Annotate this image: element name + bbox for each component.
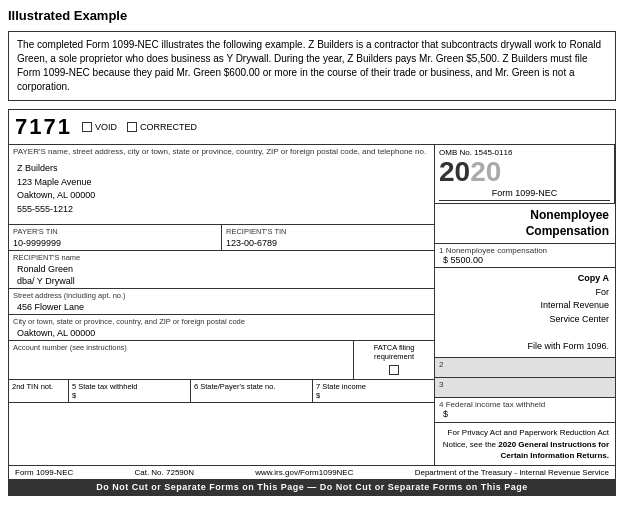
box7-label: 7 State income <box>316 382 431 391</box>
account-label: Account number (see instructions) <box>13 343 349 352</box>
form-name-label: Form 1099-NEC <box>439 186 610 201</box>
box4-value: $ <box>439 409 611 419</box>
box5-cell: 5 State tax withheld $ <box>69 380 191 402</box>
box5-label: 5 State tax withheld <box>72 382 187 391</box>
fatca-cell: FATCA filing requirement <box>354 341 434 379</box>
box4-block: 4 Federal income tax withheld $ <box>435 398 615 423</box>
left-section: PAYER'S name, street address, city or to… <box>9 145 435 465</box>
year-part2: 20 <box>470 156 501 187</box>
payer-name: Z Builders <box>17 162 426 176</box>
copy-entity: Internal RevenueService Center <box>441 299 609 326</box>
recipient-name-label: RECIPIENT'S name <box>13 253 430 262</box>
recipient-dba: dba/ Y Drywall <box>13 274 430 286</box>
form-header: 7171 VOID CORRECTED <box>9 110 615 145</box>
privacy-box: For Privacy Act and Paperwork Reduction … <box>435 423 615 465</box>
description-box: The completed Form 1099-NEC illustrates … <box>8 31 616 101</box>
box3-block: 3 <box>435 378 615 398</box>
fatca-account-row: Account number (see instructions) FATCA … <box>9 341 434 380</box>
payer-tin-value: 10-9999999 <box>13 236 217 248</box>
payer-header-label: PAYER'S name, street address, city or to… <box>9 145 434 159</box>
omb-year-row: OMB No. 1545-0116 2020 Form 1099-NEC <box>435 145 615 204</box>
box2-block: 2 <box>435 358 615 378</box>
box6-cell: 6 State/Payer's state no. <box>191 380 313 402</box>
box3-label: 3 <box>439 380 611 389</box>
corrected-checkbox-box <box>127 122 137 132</box>
footer-dept: Department of the Treasury - Internal Re… <box>415 468 609 477</box>
city-value: Oaktown, AL 00000 <box>13 326 430 338</box>
street-value: 456 Flower Lane <box>13 300 430 312</box>
box7-cell: 7 State income $ <box>313 380 434 402</box>
copy-for: For <box>441 286 609 300</box>
void-checkbox-box <box>82 122 92 132</box>
box4-label: 4 Federal income tax withheld <box>439 400 611 409</box>
tin-row: PAYER'S TIN 10-9999999 RECIPIENT'S TIN 1… <box>9 225 434 251</box>
recipient-tin-value: 123-00-6789 <box>226 236 430 248</box>
void-label: VOID <box>95 122 117 132</box>
footer-bottom-text: Do Not Cut or Separate Forms on This Pag… <box>96 482 528 492</box>
payer-info: Z Builders 123 Maple Avenue Oaktown, AL … <box>9 159 434 219</box>
payer-tin-label: PAYER'S TIN <box>13 227 217 236</box>
footer-cat: Cat. No. 72590N <box>134 468 194 477</box>
box7-value: $ <box>316 391 431 400</box>
right-section: OMB No. 1545-0116 2020 Form 1099-NEC Non… <box>435 145 615 465</box>
payer-phone: 555-555-1212 <box>17 203 426 217</box>
form-1099-nec: 7171 VOID CORRECTED PAYER'S name, street… <box>8 109 616 496</box>
recipient-tin-label: RECIPIENT'S TIN <box>226 227 430 236</box>
omb-box: OMB No. 1545-0116 2020 Form 1099-NEC <box>435 145 615 203</box>
fatca-checkbox <box>389 365 399 375</box>
form-footer: Form 1099-NEC Cat. No. 72590N www.irs.go… <box>9 465 615 479</box>
copy-file: File with Form 1096. <box>441 340 609 354</box>
box1-value: $ 5500.00 <box>439 255 611 265</box>
form-number: 7171 <box>15 114 72 140</box>
page-title: Illustrated Example <box>8 8 616 23</box>
2nd-tin-label: 2nd TIN not. <box>12 382 65 391</box>
box6-label: 6 State/Payer's state no. <box>194 382 309 391</box>
account-cell: Account number (see instructions) <box>9 341 354 379</box>
footer-url: www.irs.gov/Form1099NEC <box>255 468 353 477</box>
copy-block: Copy A For Internal RevenueService Cente… <box>435 268 615 358</box>
compensation-label: NonemployeeCompensation <box>435 204 615 244</box>
box2-label: 2 <box>439 360 611 369</box>
payer-block: PAYER'S name, street address, city or to… <box>9 145 434 225</box>
recipient-name-block: RECIPIENT'S name Ronald Green dba/ Y Dry… <box>9 251 434 289</box>
year-display: 2020 <box>439 158 610 186</box>
payer-tin-cell: PAYER'S TIN 10-9999999 <box>9 225 222 250</box>
street-block: Street address (including apt. no.) 456 … <box>9 289 434 315</box>
form-body: PAYER'S name, street address, city or to… <box>9 145 615 465</box>
city-label: City or town, state or province, country… <box>13 317 430 326</box>
bottom-boxes-row: 2nd TIN not. 5 State tax withheld $ 6 St… <box>9 380 434 403</box>
footer-form: Form 1099-NEC <box>15 468 73 477</box>
void-checkbox: VOID <box>82 122 117 132</box>
year-part1: 20 <box>439 156 470 187</box>
recipient-tin-cell: RECIPIENT'S TIN 123-00-6789 <box>222 225 434 250</box>
2nd-tin-cell: 2nd TIN not. <box>9 380 69 402</box>
box1-block: 1 Nonemployee compensation $ 5500.00 <box>435 244 615 268</box>
payer-address: 123 Maple Avenue <box>17 176 426 190</box>
fatca-label: FATCA filing requirement <box>358 343 430 361</box>
corrected-label: CORRECTED <box>140 122 197 132</box>
recipient-name-value: Ronald Green <box>13 262 430 274</box>
copy-label: Copy A <box>441 272 609 286</box>
box5-value: $ <box>72 391 187 400</box>
privacy-text: For Privacy Act and Paperwork Reduction … <box>443 428 609 459</box>
city-block: City or town, state or province, country… <box>9 315 434 341</box>
compensation-text: NonemployeeCompensation <box>526 208 609 238</box>
street-label: Street address (including apt. no.) <box>13 291 430 300</box>
payer-city: Oaktown, AL 00000 <box>17 189 426 203</box>
box1-label: 1 Nonemployee compensation <box>439 246 611 255</box>
form-footer-bottom: Do Not Cut or Separate Forms on This Pag… <box>9 479 615 495</box>
description-text: The completed Form 1099-NEC illustrates … <box>17 39 601 92</box>
corrected-checkbox: CORRECTED <box>127 122 197 132</box>
